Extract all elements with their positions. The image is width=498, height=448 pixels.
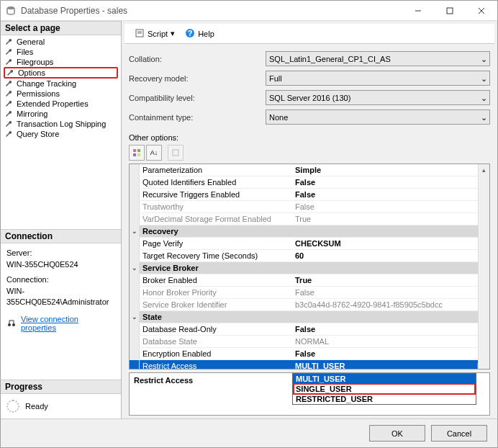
wrench-icon: [5, 120, 14, 128]
categorized-button[interactable]: [129, 145, 145, 161]
property-value[interactable]: MULTI_USER: [292, 362, 489, 369]
category-state[interactable]: ⌄State: [130, 311, 489, 323]
property-value[interactable]: NORMAL: [292, 337, 489, 346]
property-row[interactable]: Restrict AccessMULTI_USER⌄: [130, 360, 489, 369]
alphabetical-button[interactable]: A↓: [146, 145, 162, 161]
compatibility-select[interactable]: SQL Server 2016 (130)⌄: [266, 90, 490, 105]
property-value[interactable]: False: [292, 288, 489, 297]
dropdown-option[interactable]: SINGLE_USER: [293, 383, 476, 395]
connection-label: Connection:: [6, 274, 115, 285]
category-recovery[interactable]: ⌄Recovery: [130, 225, 489, 238]
connection-value: WIN-355CHQ0E524\Administrator: [6, 286, 115, 308]
property-grid-toolbar: A↓: [129, 145, 490, 161]
minimize-button[interactable]: [402, 1, 434, 21]
property-name: Quoted Identifiers Enabled: [140, 178, 292, 187]
property-row[interactable]: Recursive Triggers EnabledFalse: [130, 189, 489, 201]
property-name: Honor Broker Priority: [140, 288, 292, 297]
property-value[interactable]: False: [292, 190, 489, 199]
property-name: Parameterization: [140, 166, 292, 174]
maximize-button[interactable]: [434, 1, 466, 21]
svg-rect-15: [137, 153, 140, 156]
wrench-icon: [5, 89, 14, 98]
dropdown-option[interactable]: RESTRICTED_USER: [293, 394, 476, 404]
script-button[interactable]: Script ▾: [132, 27, 178, 41]
sidebar-item-general[interactable]: General: [1, 37, 121, 47]
property-row[interactable]: Service Broker Identifierb3c0a44d-8762-4…: [130, 299, 489, 311]
sidebar-item-extended-properties[interactable]: Extended Properties: [1, 99, 121, 109]
wrench-icon: [5, 58, 14, 66]
restrict-access-dropdown[interactable]: MULTI_USERSINGLE_USERRESTRICTED_USER: [292, 373, 476, 405]
property-value[interactable]: 60: [292, 251, 489, 260]
help-button[interactable]: ? Help: [182, 27, 217, 41]
cancel-button[interactable]: Cancel: [431, 425, 487, 442]
property-grid[interactable]: ParameterizationSimpleQuoted Identifiers…: [129, 163, 490, 369]
wrench-icon: [5, 48, 14, 56]
svg-point-5: [8, 323, 11, 326]
sidebar-item-options[interactable]: Options: [4, 67, 118, 79]
property-value[interactable]: b3c0a44d-8762-4920-9841-f85905c5bdcc: [292, 300, 489, 309]
connection-header: Connection: [1, 229, 121, 243]
property-row[interactable]: Database StateNORMAL: [130, 336, 489, 348]
sidebar-item-files[interactable]: Files: [1, 47, 121, 57]
chevron-down-icon: ⌄: [481, 113, 487, 122]
sidebar-item-filegroups[interactable]: Filegroups: [1, 57, 121, 67]
property-value[interactable]: False: [292, 325, 489, 333]
property-row[interactable]: Target Recovery Time (Seconds)60: [130, 250, 489, 262]
collapse-icon[interactable]: ⌄: [130, 311, 140, 323]
other-options-label: Other options:: [129, 133, 490, 142]
sidebar-item-permissions[interactable]: Permissions: [1, 89, 121, 99]
property-row[interactable]: Broker EnabledTrue: [130, 274, 489, 287]
chevron-down-icon: ⌄: [481, 55, 487, 64]
property-row[interactable]: TrustworthyFalse: [130, 201, 489, 213]
property-row[interactable]: Database Read-OnlyFalse: [130, 323, 489, 336]
property-name: Encryption Enabled: [140, 349, 292, 358]
collation-select[interactable]: SQL_Latin1_General_CP1_CI_AS⌄: [266, 51, 490, 66]
toolbar: Script ▾ ? Help: [124, 24, 494, 44]
left-panel: Select a page GeneralFilesFilegroupsOpti…: [1, 21, 122, 418]
properties-button[interactable]: [168, 145, 184, 161]
footer: OK Cancel: [1, 418, 497, 447]
property-value[interactable]: CHECKSUM: [292, 239, 489, 248]
property-value[interactable]: False: [292, 178, 489, 187]
property-row[interactable]: ParameterizationSimple: [130, 164, 489, 176]
description-box: Restrict Access MULTI_USERSINGLE_USERRES…: [129, 372, 490, 416]
property-value[interactable]: True: [292, 215, 489, 223]
scrollbar[interactable]: ▴: [478, 164, 489, 369]
collapse-icon[interactable]: ⌄: [130, 225, 140, 237]
wrench-icon: [5, 79, 14, 88]
dropdown-option[interactable]: MULTI_USER: [293, 374, 476, 384]
sidebar-item-change-tracking[interactable]: Change Tracking: [1, 79, 121, 89]
property-row[interactable]: Encryption EnabledFalse: [130, 348, 489, 360]
wrench-icon: [5, 99, 14, 108]
property-value[interactable]: True: [292, 276, 489, 285]
property-name: Service Broker Identifier: [140, 300, 292, 309]
property-row[interactable]: Quoted Identifiers EnabledFalse: [130, 176, 489, 189]
scroll-up-icon[interactable]: ▴: [479, 164, 489, 176]
sidebar-item-transaction-log-shipping[interactable]: Transaction Log Shipping: [1, 119, 121, 129]
property-value[interactable]: Simple: [292, 166, 489, 174]
view-connection-link[interactable]: View connection properties: [21, 315, 115, 332]
wrench-icon: [5, 130, 14, 138]
property-value[interactable]: False: [292, 349, 489, 358]
recovery-model-select[interactable]: Full⌄: [266, 71, 490, 86]
right-panel: Script ▾ ? Help Collation: SQL_Latin1_Ge…: [122, 21, 497, 418]
property-row[interactable]: Honor Broker PriorityFalse: [130, 287, 489, 299]
category-service-broker[interactable]: ⌄Service Broker: [130, 262, 489, 274]
containment-select[interactable]: None⌄: [266, 109, 490, 125]
progress-spinner-icon: [6, 400, 19, 413]
property-value[interactable]: False: [292, 202, 489, 211]
close-button[interactable]: [466, 1, 497, 21]
sidebar-item-query-store[interactable]: Query Store: [1, 129, 121, 139]
collapse-icon[interactable]: ⌄: [130, 262, 140, 274]
collation-label: Collation:: [129, 55, 266, 63]
svg-rect-14: [133, 153, 136, 156]
ok-button[interactable]: OK: [369, 425, 425, 442]
property-row[interactable]: Page VerifyCHECKSUM: [130, 238, 489, 250]
sidebar-item-mirroring[interactable]: Mirroring: [1, 109, 121, 119]
wrench-icon: [6, 68, 15, 77]
recovery-model-label: Recovery model:: [129, 74, 266, 83]
property-row[interactable]: VarDecimal Storage Format EnabledTrue: [130, 213, 489, 225]
server-value: WIN-355CHQ0E524: [6, 259, 115, 270]
property-name: Database State: [140, 337, 292, 346]
svg-rect-13: [137, 149, 140, 152]
